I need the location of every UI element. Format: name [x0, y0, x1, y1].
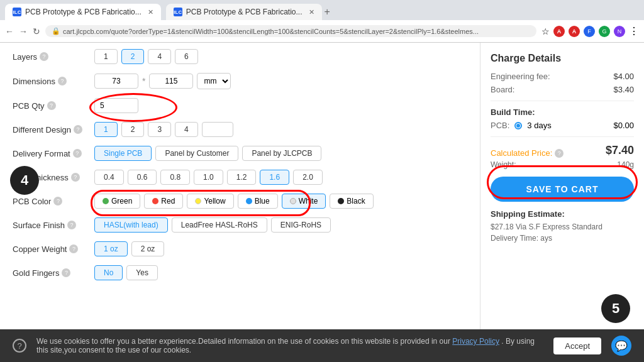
ext-icon-4[interactable]: G — [599, 26, 610, 37]
different-design-row: Different Design ? 1 2 3 4 — [13, 122, 467, 137]
chat-button[interactable]: 💬 — [611, 336, 631, 356]
dimensions-controls: * mm — [94, 73, 231, 89]
green-dot — [103, 198, 109, 204]
ext-icon-2[interactable]: A — [569, 26, 580, 37]
layer-6-btn[interactable]: 6 — [175, 49, 198, 64]
calc-help-icon[interactable]: ? — [555, 149, 564, 158]
thick-04-btn[interactable]: 0.4 — [94, 170, 124, 185]
yellow-dot — [195, 198, 201, 204]
surface-enig-btn[interactable]: ENIG-RoHS — [271, 217, 331, 233]
weight-row: Weight: 140g — [491, 160, 634, 169]
thickness-help-icon[interactable]: ? — [71, 173, 80, 182]
blue-dot — [246, 198, 252, 204]
delivery-customer-btn[interactable]: Panel by Customer — [155, 146, 238, 161]
thick-20-btn[interactable]: 2.0 — [293, 170, 323, 185]
back-button[interactable]: ← — [5, 26, 14, 36]
color-white-btn[interactable]: White — [282, 194, 326, 209]
more-icon[interactable]: ⋮ — [629, 25, 639, 37]
copper-help-icon[interactable]: ? — [69, 244, 78, 253]
pcb-qty-wrapper: 51015 — [94, 98, 138, 113]
diff-1-btn[interactable]: 1 — [94, 122, 118, 137]
color-green-btn[interactable]: Green — [94, 194, 140, 209]
layer-4-btn[interactable]: 4 — [148, 49, 171, 64]
board-value: $3.40 — [613, 85, 634, 94]
bookmark-icon[interactable]: ☆ — [541, 26, 550, 36]
thick-06-btn[interactable]: 0.6 — [128, 170, 157, 185]
thick-12-btn[interactable]: 1.2 — [227, 170, 257, 185]
radio-dot[interactable] — [514, 122, 522, 129]
surface-controls: HASL(with lead) LeadFree HASL-RoHS ENIG-… — [94, 217, 331, 233]
color-controls: Green Red Yellow Blue White — [94, 194, 374, 209]
gold-no-btn[interactable]: No — [94, 265, 123, 280]
color-red-btn[interactable]: Red — [144, 194, 183, 209]
thick-08-btn[interactable]: 0.8 — [160, 170, 190, 185]
color-blue-btn[interactable]: Blue — [238, 194, 278, 209]
calculated-label: Calculated Price: ? — [491, 148, 564, 158]
new-tab-button[interactable]: + — [325, 6, 330, 18]
privacy-policy-link[interactable]: Privacy Policy — [452, 337, 499, 346]
layers-label: Layers ? — [13, 52, 94, 62]
dimensions-label: Dimensions ? — [13, 77, 94, 86]
copper-1oz-btn[interactable]: 1 oz — [94, 241, 128, 256]
thick-10-btn[interactable]: 1.0 — [194, 170, 223, 185]
color-help-icon[interactable]: ? — [53, 197, 62, 206]
surface-help-icon[interactable]: ? — [67, 221, 76, 229]
color-black-btn[interactable]: Black — [330, 194, 373, 209]
copper-weight-row: Copper Weight ? 1 oz 2 oz — [13, 241, 467, 256]
cookie-accept-button[interactable]: Accept — [553, 337, 601, 354]
cookie-help-icon[interactable]: ? — [13, 339, 26, 353]
copper-2oz-btn[interactable]: 2 oz — [131, 241, 165, 256]
tab-icon-1: ILC — [13, 8, 21, 16]
diff-3-btn[interactable]: 3 — [148, 122, 171, 137]
delivery-single-btn[interactable]: Single PCB — [94, 146, 152, 161]
shipping-label: Shipping Estimate: — [491, 209, 634, 219]
address-bar[interactable]: 🔒 cart.jlcpcb.com/quote?orderType=1&sten… — [45, 25, 536, 37]
diff-2-btn[interactable]: 2 — [121, 122, 145, 137]
tab-active[interactable]: ILC PCB Prototype & PCB Fabricatio... ✕ — [5, 4, 161, 20]
annotation-5: 5 — [601, 294, 630, 323]
gold-yes-btn[interactable]: Yes — [126, 265, 158, 280]
diff-help-icon[interactable]: ? — [74, 125, 82, 134]
tab-label-2: PCB Prototype & PCB Fabricatio... — [186, 8, 303, 16]
tab-close-1[interactable]: ✕ — [148, 8, 153, 16]
surface-finish-row: Surface Finish ? HASL(with lead) LeadFre… — [13, 217, 467, 233]
height-input[interactable] — [149, 74, 193, 89]
engineering-label: Engineering fee: — [491, 72, 550, 81]
diff-custom-input[interactable] — [202, 122, 233, 137]
url-text: cart.jlcpcb.com/quote?orderType=1&stenci… — [63, 28, 479, 35]
surface-finish-label: Surface Finish ? — [13, 221, 94, 230]
refresh-button[interactable]: ↻ — [33, 26, 40, 36]
width-input[interactable] — [94, 74, 138, 89]
delivery-help-icon[interactable]: ? — [73, 149, 82, 158]
tab-close-2[interactable]: ✕ — [309, 8, 314, 16]
delivery-controls: Single PCB Panel by Customer Panel by JL… — [94, 146, 321, 161]
diff-4-btn[interactable]: 4 — [175, 122, 198, 137]
ext-icon-1[interactable]: A — [553, 26, 565, 37]
pcb-days: 3 days — [527, 121, 551, 130]
delivery-jlcpcb-btn[interactable]: Panel by JLCPCB — [242, 146, 321, 161]
black-dot — [338, 198, 344, 204]
ext-icon-5[interactable]: N — [614, 26, 625, 37]
layer-1-btn[interactable]: 1 — [94, 49, 118, 64]
forward-button[interactable]: → — [19, 26, 28, 36]
tab-inactive[interactable]: ILC PCB Prototype & PCB Fabricatio... ✕ — [166, 4, 322, 20]
delivery-row: Delivery Time: ays — [491, 233, 634, 244]
surface-leadfree-btn[interactable]: LeadFree HASL-RoHS — [172, 217, 267, 233]
unit-select[interactable]: mm — [197, 73, 231, 89]
gold-fingers-row: Gold Fingers ? No Yes — [13, 265, 467, 280]
weight-label: Weight: — [491, 160, 516, 169]
thick-16-btn[interactable]: 1.6 — [260, 170, 289, 185]
annotation-4: 4 — [10, 166, 39, 195]
save-wrapper: SAVE TO CART — [491, 169, 634, 209]
pcb-qty-select[interactable]: 51015 — [94, 98, 138, 113]
dimensions-help-icon[interactable]: ? — [58, 77, 67, 85]
layer-2-btn[interactable]: 2 — [121, 49, 145, 64]
save-to-cart-button[interactable]: SAVE TO CART — [491, 177, 634, 202]
ext-icon-3[interactable]: F — [584, 26, 595, 37]
color-yellow-btn[interactable]: Yellow — [187, 194, 233, 209]
surface-hasl-btn[interactable]: HASL(with lead) — [94, 217, 168, 233]
pcb-qty-help-icon[interactable]: ? — [47, 101, 56, 110]
cookie-text: We use cookies to offer you a better exp… — [36, 337, 543, 354]
layers-help-icon[interactable]: ? — [40, 52, 48, 61]
gold-help-icon[interactable]: ? — [62, 268, 70, 277]
